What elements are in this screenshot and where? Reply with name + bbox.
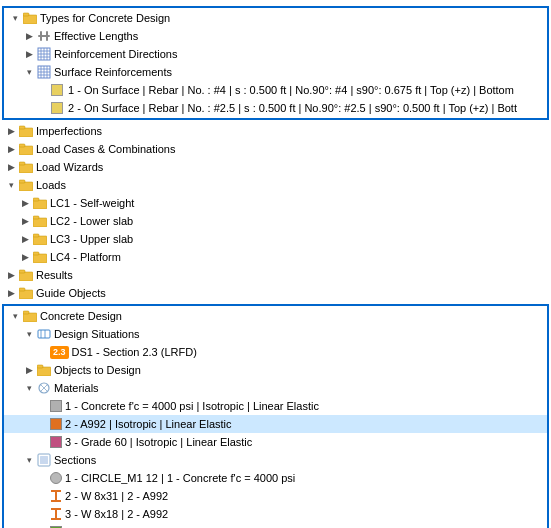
expander-types-concrete[interactable]: ▾ (8, 11, 22, 25)
expander-surface-reinf[interactable]: ▾ (22, 65, 36, 79)
item-lc1[interactable]: ▶ LC1 - Self-weight (0, 194, 551, 212)
label-materials: Materials (54, 382, 99, 394)
expander-reinf-directions[interactable]: ▶ (22, 47, 36, 61)
materials-icon (36, 380, 52, 396)
item-mat-2[interactable]: 2 - A992 | Isotropic | Linear Elastic (4, 415, 547, 433)
svg-rect-39 (23, 313, 37, 322)
item-imperfections[interactable]: ▶ Imperfections (0, 122, 551, 140)
item-mat-3[interactable]: 3 - Grade 60 | Isotropic | Linear Elasti… (4, 433, 547, 451)
expander-sec-1 (36, 471, 50, 485)
item-effective-lengths[interactable]: ▶ Effective Lengths (4, 27, 547, 45)
label-lc1: LC1 - Self-weight (50, 197, 134, 209)
svg-rect-31 (33, 236, 47, 245)
svg-rect-56 (51, 518, 61, 520)
item-mat-1[interactable]: 1 - Concrete f'c = 4000 psi | Isotropic … (4, 397, 547, 415)
folder-icon-lc1 (32, 195, 48, 211)
expander-mat-3 (36, 435, 50, 449)
label-imperfections: Imperfections (36, 125, 102, 137)
svg-rect-2 (38, 35, 50, 37)
folder-icon-loads (18, 177, 34, 193)
item-load-cases[interactable]: ▶ Load Cases & Combinations (0, 140, 551, 158)
svg-rect-38 (19, 288, 25, 291)
label-sec-3: 3 - W 8x18 | 2 - A992 (65, 508, 168, 520)
svg-rect-54 (51, 508, 61, 510)
expander-mat-2 (36, 417, 50, 431)
expander-sections[interactable]: ▾ (22, 453, 36, 467)
label-objects-to-design: Objects to Design (54, 364, 141, 376)
item-surface-reinf[interactable]: ▾ Surface Reinforcements (4, 63, 547, 81)
expander-mat-1 (36, 399, 50, 413)
expander-load-cases[interactable]: ▶ (4, 142, 18, 156)
svg-rect-28 (33, 198, 39, 201)
expander-guide-objects[interactable]: ▶ (4, 286, 18, 300)
tree-container: ▾ Types for Concrete Design ▶ Effective … (0, 0, 551, 528)
label-lc2: LC2 - Lower slab (50, 215, 133, 227)
expander-lc1[interactable]: ▶ (18, 196, 32, 210)
item-loads[interactable]: ▾ Loads (0, 176, 551, 194)
label-load-cases: Load Cases & Combinations (36, 143, 175, 155)
item-concrete-design[interactable]: ▾ Concrete Design (4, 307, 547, 325)
item-sec-3[interactable]: 3 - W 8x18 | 2 - A992 (4, 505, 547, 523)
item-results[interactable]: ▶ Results (0, 266, 551, 284)
label-lc4: LC4 - Platform (50, 251, 121, 263)
svg-rect-40 (23, 311, 29, 314)
svg-rect-45 (37, 365, 43, 368)
label-on-surface-2: 2 - On Surface | Rebar | No. : #2.5 | s … (68, 102, 517, 114)
svg-rect-21 (19, 146, 33, 155)
item-objects-to-design[interactable]: ▶ Objects to Design (4, 361, 547, 379)
expander-design-situations[interactable]: ▾ (22, 327, 36, 341)
item-sec-4[interactable]: 4 - R_M1 12/16 | 1 - Concrete f'c = 4000… (4, 523, 547, 528)
svg-rect-33 (33, 254, 47, 263)
expander-objects-to-design[interactable]: ▶ (22, 363, 36, 377)
svg-rect-0 (23, 15, 37, 24)
label-reinf-directions: Reinforcement Directions (54, 48, 178, 60)
svg-rect-35 (19, 272, 33, 281)
expander-lc2[interactable]: ▶ (18, 214, 32, 228)
item-design-situations[interactable]: ▾ Design Situations (4, 325, 547, 343)
item-lc2[interactable]: ▶ LC2 - Lower slab (0, 212, 551, 230)
ibeam-icon-sec-2 (50, 490, 62, 502)
label-sec-2: 2 - W 8x31 | 2 - A992 (65, 490, 168, 502)
expander-imperfections[interactable]: ▶ (4, 124, 18, 138)
svg-rect-50 (40, 456, 48, 464)
label-mat-2: 2 - A992 | Isotropic | Linear Elastic (65, 418, 232, 430)
item-ds1[interactable]: 2.3 DS1 - Section 2.3 (LRFD) (4, 343, 547, 361)
expander-concrete-design[interactable]: ▾ (8, 309, 22, 323)
item-reinf-directions[interactable]: ▶ Reinforcement Directions (4, 45, 547, 63)
svg-rect-55 (55, 510, 57, 518)
expander-on-surface-2 (36, 101, 50, 115)
section-types-concrete: ▾ Types for Concrete Design ▶ Effective … (2, 6, 549, 120)
item-lc4[interactable]: ▶ LC4 - Platform (0, 248, 551, 266)
svg-rect-25 (19, 182, 33, 191)
item-sections[interactable]: ▾ Sections (4, 451, 547, 469)
svg-rect-24 (19, 162, 25, 165)
expander-loads[interactable]: ▾ (4, 178, 18, 192)
svg-rect-51 (51, 490, 61, 492)
item-sec-2[interactable]: 2 - W 8x31 | 2 - A992 (4, 487, 547, 505)
expander-lc3[interactable]: ▶ (18, 232, 32, 246)
svg-rect-32 (33, 234, 39, 237)
expander-effective-lengths[interactable]: ▶ (22, 29, 36, 43)
section-concrete-design: ▾ Concrete Design ▾ Design Situations 2.… (2, 304, 549, 528)
item-sec-1[interactable]: 1 - CIRCLE_M1 12 | 1 - Concrete f'c = 40… (4, 469, 547, 487)
label-results: Results (36, 269, 73, 281)
sections-icon (36, 452, 52, 468)
label-effective-lengths: Effective Lengths (54, 30, 138, 42)
label-mat-1: 1 - Concrete f'c = 4000 psi | Isotropic … (65, 400, 319, 412)
item-types-concrete[interactable]: ▾ Types for Concrete Design (4, 9, 547, 27)
label-on-surface-1: 1 - On Surface | Rebar | No. : #4 | s : … (68, 84, 514, 96)
item-guide-objects[interactable]: ▶ Guide Objects (0, 284, 551, 302)
label-concrete-design: Concrete Design (40, 310, 122, 322)
expander-lc4[interactable]: ▶ (18, 250, 32, 264)
expander-materials[interactable]: ▾ (22, 381, 36, 395)
item-materials[interactable]: ▾ Materials (4, 379, 547, 397)
svg-rect-27 (33, 200, 47, 209)
expander-load-wizards[interactable]: ▶ (4, 160, 18, 174)
item-on-surface-2[interactable]: 2 - On Surface | Rebar | No. : #2.5 | s … (4, 99, 547, 117)
item-lc3[interactable]: ▶ LC3 - Upper slab (0, 230, 551, 248)
swatch-icon-on-surface-2 (50, 100, 66, 116)
expander-results[interactable]: ▶ (4, 268, 18, 282)
item-on-surface-1[interactable]: 1 - On Surface | Rebar | No. : #4 | s : … (4, 81, 547, 99)
svg-rect-37 (19, 290, 33, 299)
item-load-wizards[interactable]: ▶ Load Wizards (0, 158, 551, 176)
